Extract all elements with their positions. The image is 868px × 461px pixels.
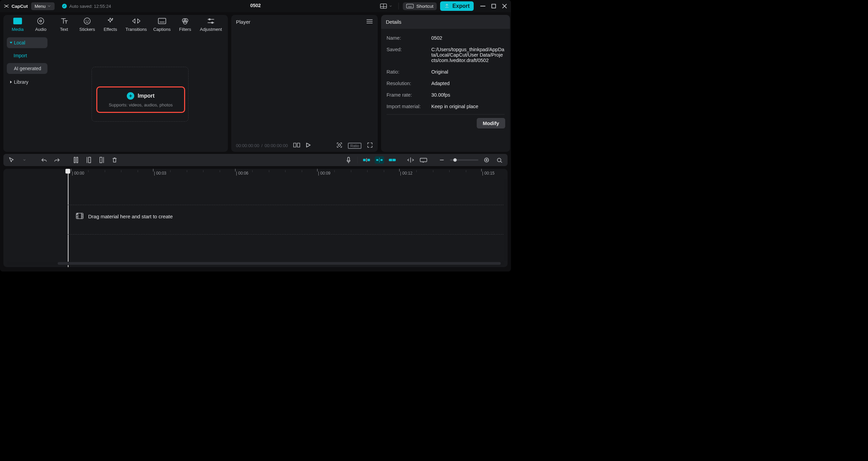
player-panel: Player 00:00:00:00 / 00:00:00:00 Ratio — [231, 15, 378, 152]
tab-audio[interactable]: Audio — [29, 17, 52, 35]
import-subtext: Supports: videos, audios, photos — [109, 102, 173, 107]
svg-rect-57 — [420, 158, 427, 162]
split-tool[interactable] — [71, 155, 81, 165]
tab-adjustment[interactable]: Adjustment — [197, 17, 225, 35]
ruler-tick: | 00:12 — [400, 171, 412, 176]
zoom-knob[interactable] — [453, 158, 457, 162]
redo-button[interactable] — [52, 155, 62, 165]
scroll-thumb[interactable] — [58, 262, 501, 265]
media-icon — [13, 17, 22, 25]
tab-effects[interactable]: Effects — [99, 17, 122, 35]
filters-icon — [181, 17, 189, 25]
shortcut-button[interactable]: Shortcut — [403, 2, 437, 10]
check-icon: ✓ — [62, 4, 67, 8]
brand-name: CapCut — [12, 4, 28, 9]
fullscreen-button[interactable] — [367, 142, 373, 149]
detail-label-saved: Saved: — [387, 47, 427, 63]
timeline-scrollbar-x[interactable] — [7, 262, 504, 265]
svg-point-15 — [38, 18, 44, 24]
preview-axis-tool[interactable] — [406, 155, 415, 165]
transitions-icon — [132, 17, 141, 25]
timeline-ruler[interactable]: | 00:00| 00:03| 00:06| 00:09| 00:12| 00:… — [68, 169, 508, 178]
zoom-slider[interactable] — [450, 159, 478, 161]
ratio-button[interactable]: Ratio — [348, 143, 361, 149]
import-button[interactable]: + Import Supports: videos, audios, photo… — [96, 86, 185, 113]
player-menu-button[interactable] — [366, 19, 373, 25]
adjustment-icon — [207, 17, 215, 25]
svg-rect-51 — [376, 159, 378, 161]
media-panel: Media Audio Text Stickers Effects — [3, 15, 228, 152]
menu-button[interactable]: Menu — [31, 2, 55, 10]
svg-rect-10 — [492, 4, 495, 8]
audio-icon — [37, 17, 44, 25]
modify-button[interactable]: Modify — [477, 118, 505, 128]
svg-point-24 — [112, 18, 113, 19]
svg-point-16 — [40, 20, 42, 22]
sidebar-item-ai-generated[interactable]: AI generated — [7, 63, 47, 74]
stickers-icon — [83, 17, 91, 25]
layout-icon — [380, 3, 387, 9]
timeline-scrollbar-y[interactable] — [504, 179, 507, 261]
record-audio-button[interactable] — [344, 155, 353, 165]
zoom-in-button[interactable] — [482, 155, 491, 165]
player-time-current: 00:00:00:00 — [236, 143, 259, 148]
autosave-label: Auto saved: 12:55:24 — [70, 4, 111, 9]
export-button[interactable]: Export — [440, 1, 474, 11]
timeline-toolbar — [3, 154, 508, 166]
svg-rect-37 — [294, 143, 296, 147]
trim-left-tool[interactable] — [84, 155, 94, 165]
media-tabs: Media Audio Text Stickers Effects — [3, 15, 228, 35]
preview-cut-tool[interactable] — [419, 155, 428, 165]
topbar: CapCut Menu ✓ Auto saved: 12:55:24 0502 … — [0, 0, 511, 12]
svg-rect-43 — [88, 157, 91, 163]
plus-icon: + — [127, 92, 134, 100]
ruler-tick: | 00:06 — [236, 171, 248, 176]
selection-tool[interactable] — [7, 155, 16, 165]
tab-stickers[interactable]: Stickers — [76, 17, 99, 35]
sidebar-item-library[interactable]: Library — [7, 77, 47, 87]
scan-icon[interactable] — [336, 142, 342, 149]
detail-value-import-material: Keep in original place — [431, 104, 505, 109]
tab-text[interactable]: Text — [53, 17, 76, 35]
svg-rect-3 — [407, 4, 414, 8]
caret-icon — [10, 81, 12, 83]
undo-button[interactable] — [39, 155, 49, 165]
play-button[interactable] — [305, 142, 311, 149]
export-label: Export — [452, 3, 470, 9]
details-header: Details — [381, 15, 510, 29]
player-viewport — [231, 25, 378, 138]
trim-right-tool[interactable] — [97, 155, 106, 165]
window-maximize-button[interactable] — [491, 3, 497, 9]
autosave-status: ✓ Auto saved: 12:55:24 — [62, 4, 111, 9]
sidebar-item-local[interactable]: Local — [7, 37, 47, 48]
tab-filters[interactable]: Filters — [174, 17, 197, 35]
menu-label: Menu — [35, 4, 46, 9]
detail-value-ratio: Original — [431, 69, 505, 75]
shortcut-label: Shortcut — [416, 4, 433, 9]
tab-transitions[interactable]: Transitions — [122, 17, 151, 35]
detail-label-import-material: Import material: — [387, 104, 427, 109]
svg-point-62 — [497, 158, 501, 162]
svg-point-40 — [338, 144, 341, 146]
svg-rect-41 — [74, 157, 76, 163]
snap-main-toggle[interactable] — [362, 156, 371, 164]
tab-captions[interactable]: Captions — [150, 17, 173, 35]
window-close-button[interactable] — [501, 3, 508, 9]
layout-button[interactable] — [378, 2, 394, 10]
detail-label-frame-rate: Frame rate: — [387, 92, 427, 98]
selection-dropdown[interactable] — [20, 155, 29, 165]
snap-auto-toggle[interactable] — [375, 156, 384, 164]
window-minimize-button[interactable] — [480, 3, 486, 9]
detail-value-frame-rate: 30.00fps — [431, 92, 505, 98]
zoom-fit-button[interactable] — [495, 155, 504, 165]
svg-rect-52 — [380, 159, 382, 161]
svg-rect-38 — [297, 143, 300, 147]
zoom-out-button[interactable] — [437, 155, 447, 165]
svg-rect-47 — [348, 157, 349, 161]
delete-tool[interactable] — [110, 155, 119, 165]
compare-icon[interactable] — [293, 143, 300, 148]
tab-media[interactable]: Media — [6, 17, 29, 35]
sidebar-item-import[interactable]: Import — [7, 51, 47, 60]
detail-value-resolution: Adapted — [431, 81, 505, 86]
linkage-toggle[interactable] — [388, 156, 397, 164]
